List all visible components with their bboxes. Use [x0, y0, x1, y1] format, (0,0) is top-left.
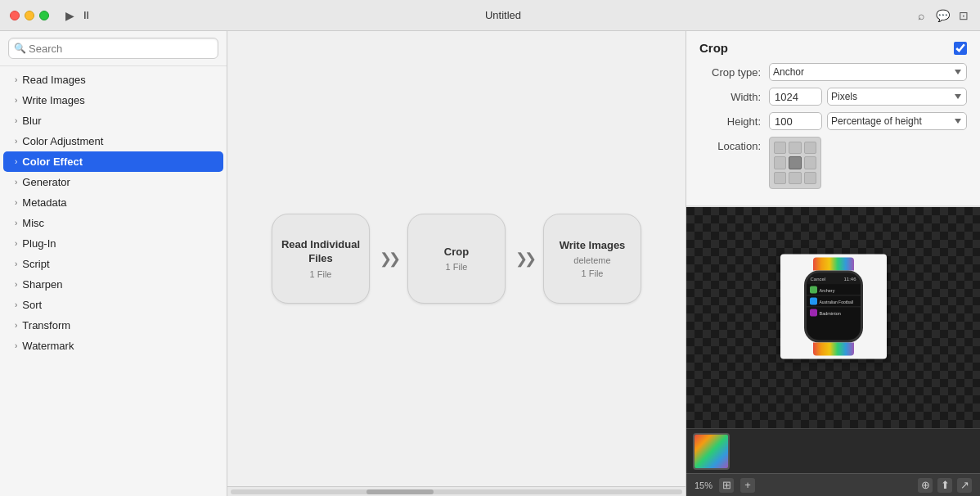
sidebar-item-watermark[interactable]: ›Watermark [3, 336, 223, 356]
sidebar-item-plug-in[interactable]: ›Plug-In [3, 233, 223, 254]
node-write-subtitle2: 1 File [582, 268, 604, 278]
chevron-icon: › [15, 178, 17, 187]
sidebar-item-sort[interactable]: ›Sort [3, 295, 223, 315]
chevron-icon: › [15, 259, 17, 268]
search-icon[interactable]: ⌕ [915, 9, 928, 22]
preview-toolbar-right: ⊕ ⬆ ↗ [918, 478, 972, 493]
sidebar-item-label: Sharpen [22, 278, 62, 291]
sidebar-item-transform[interactable]: ›Transform [3, 315, 223, 336]
preview-strip [686, 428, 980, 473]
watch-item-label-2: Australian Football [820, 299, 853, 304]
sidebar-item-blur[interactable]: ›Blur [3, 110, 223, 131]
preview-area: Cancel 11:46 Archery Australian Football [686, 207, 980, 496]
location-cell-bl[interactable] [774, 172, 786, 184]
canvas-area: Read Individual Files 1 File ❯❯ Crop 1 F… [227, 31, 686, 496]
location-row: Location: [699, 137, 967, 189]
info-button[interactable]: ⊕ [918, 478, 933, 493]
chevron-icon: › [15, 157, 17, 166]
sidebar-item-read-images[interactable]: ›Read Images [3, 70, 223, 90]
workflow-nodes: Read Individual Files 1 File ❯❯ Crop 1 F… [272, 214, 641, 304]
chevron-icon: › [15, 239, 17, 248]
sidebar-item-color-effect[interactable]: ›Color Effect [3, 151, 223, 172]
location-cell-tr[interactable] [804, 142, 816, 154]
mic-button[interactable]: ⏸ [81, 9, 92, 21]
watch-cancel-btn: Cancel [811, 277, 826, 282]
preview-toolbar: 15% ⊞ + ⊕ ⬆ ↗ [686, 473, 980, 496]
sidebar-icon[interactable]: ⊡ [957, 9, 970, 22]
location-label: Location: [699, 140, 761, 152]
sidebar-item-label: Transform [22, 319, 70, 331]
titlebar: ▶ ⏸ Untitled ⌕ 💬 ⊡ [0, 0, 980, 31]
workflow-node-write: Write Images deleteme 1 File [543, 214, 641, 304]
crop-enabled-checkbox[interactable] [954, 42, 967, 55]
node-write-subtitle1: deleteme [573, 255, 610, 265]
location-cell-mr[interactable] [804, 156, 816, 169]
canvas-scrollbar[interactable] [227, 486, 686, 496]
crop-type-row: Crop type: Anchor Fixed Proportional [699, 63, 967, 81]
height-label: Height: [699, 115, 761, 128]
crop-header: Crop [699, 41, 967, 55]
search-wrapper: 🔍 [8, 38, 218, 59]
sidebar-item-metadata[interactable]: ›Metadata [3, 192, 223, 213]
location-cell-ml[interactable] [774, 156, 786, 169]
watch-item-icon-1 [810, 286, 817, 294]
chevron-icon: › [15, 321, 17, 330]
width-label: Width: [699, 91, 761, 103]
close-button[interactable] [10, 11, 20, 20]
location-cell-bc[interactable] [789, 172, 801, 184]
zoom-fit-button[interactable]: ⊞ [719, 478, 734, 493]
node-read-individual-files[interactable]: Read Individual Files 1 File [272, 214, 370, 304]
watch-item-label-3: Badminton [820, 310, 841, 315]
main-content: 🔍 ›Read Images›Write Images›Blur›Color A… [0, 31, 980, 496]
watch-list-item-1: Archery [807, 285, 861, 296]
watch-item-label-1: Archery [820, 287, 835, 292]
sidebar-item-color-adjustment[interactable]: ›Color Adjustment [3, 131, 223, 151]
chevron-icon: › [15, 116, 17, 125]
width-input[interactable] [769, 88, 822, 106]
node-crop-subtitle: 1 File [446, 262, 468, 272]
sidebar-item-label: Color Adjustment [22, 135, 103, 147]
sidebar-item-generator[interactable]: ›Generator [3, 172, 223, 192]
height-unit-select[interactable]: Pixels Percentage of width Percentage of… [827, 112, 967, 130]
height-input[interactable] [769, 112, 822, 130]
minimize-button[interactable] [25, 11, 34, 20]
export-button[interactable]: ⬆ [937, 478, 952, 493]
crop-type-select[interactable]: Anchor Fixed Proportional [769, 63, 967, 81]
workflow-node-read: Read Individual Files 1 File [272, 214, 370, 304]
location-cell-mc[interactable] [789, 156, 801, 169]
location-cell-tc[interactable] [789, 142, 801, 154]
zoom-in-button[interactable]: + [740, 478, 755, 493]
sidebar-item-script[interactable]: ›Script [3, 254, 223, 274]
preview-thumbnail[interactable] [693, 433, 730, 470]
width-unit-select[interactable]: Pixels Percentage of width Percentage of… [827, 88, 967, 106]
play-button[interactable]: ▶ [65, 9, 74, 22]
sidebar-item-label: Read Images [22, 74, 85, 86]
arrow-icon-2: ❯❯ [515, 250, 533, 268]
width-row: Width: Pixels Percentage of width Percen… [699, 88, 967, 106]
chat-icon[interactable]: 💬 [936, 9, 949, 22]
scrollbar-thumb[interactable] [366, 489, 434, 494]
connector-1: ❯❯ [373, 250, 404, 268]
node-read-title: Read Individual Files [272, 238, 369, 266]
watch-face: Cancel 11:46 Archery Australian Football [804, 271, 863, 343]
watch-item-icon-2 [810, 298, 817, 305]
maximize-button[interactable] [39, 11, 49, 20]
watch-item-icon-3 [810, 309, 817, 317]
share-button[interactable]: ↗ [957, 478, 972, 493]
search-input[interactable] [8, 38, 218, 59]
sidebar-item-label: Generator [22, 176, 70, 188]
node-write-images[interactable]: Write Images deleteme 1 File [543, 214, 641, 304]
sidebar-item-label: Color Effect [22, 156, 83, 168]
watch-list-item-3: Badminton [807, 308, 861, 318]
sidebar-item-write-images[interactable]: ›Write Images [3, 90, 223, 110]
connector-2: ❯❯ [509, 250, 540, 268]
chevron-icon: › [15, 219, 17, 228]
sidebar-item-sharpen[interactable]: ›Sharpen [3, 274, 223, 295]
workflow-canvas[interactable]: Read Individual Files 1 File ❯❯ Crop 1 F… [227, 31, 686, 486]
node-crop[interactable]: Crop 1 File [407, 214, 506, 304]
location-grid[interactable] [769, 137, 821, 189]
location-cell-tl[interactable] [774, 142, 786, 154]
sidebar-item-label: Plug-In [22, 237, 56, 250]
sidebar-item-misc[interactable]: ›Misc [3, 213, 223, 233]
location-cell-br[interactable] [804, 172, 816, 184]
